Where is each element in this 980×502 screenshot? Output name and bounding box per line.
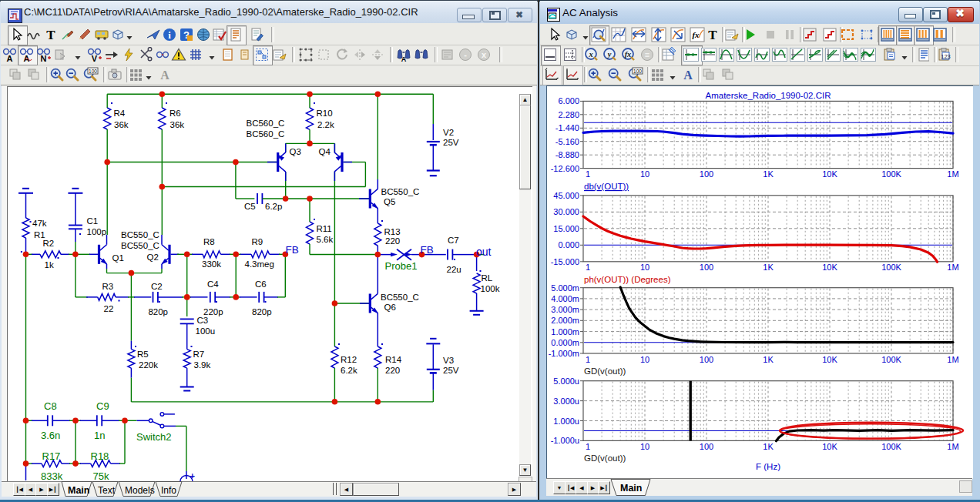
svg-text:820p: 820p [148, 307, 168, 316]
svg-text:0.000: 0.000 [558, 240, 579, 249]
svg-text:-1.000m: -1.000m [549, 349, 579, 358]
svg-text:GD(v(out)): GD(v(out)) [584, 453, 626, 463]
svg-text:30.000: 30.000 [553, 207, 579, 216]
svg-text:10K: 10K [822, 169, 837, 179]
svg-text:1n: 1n [94, 430, 105, 441]
svg-text:3.6n: 3.6n [41, 430, 60, 441]
svg-text:10K: 10K [822, 263, 837, 272]
svg-text:BC550_C: BC550_C [121, 241, 159, 250]
svg-text:out: out [476, 246, 492, 258]
svg-text:3.000u: 3.000u [553, 397, 579, 406]
svg-text:x: x [588, 50, 592, 59]
svg-text:100K: 100K [881, 442, 901, 451]
svg-text:1k: 1k [45, 260, 54, 269]
svg-text:10K: 10K [822, 442, 837, 451]
svg-text:100: 100 [700, 355, 713, 364]
svg-text:R5: R5 [137, 350, 149, 359]
svg-text:3.000m: 3.000m [551, 305, 579, 314]
svg-text:Main: Main [620, 483, 642, 494]
svg-text:C8: C8 [44, 400, 57, 412]
svg-text:Models: Models [125, 485, 155, 496]
svg-text:T: T [708, 28, 717, 42]
svg-text:R4: R4 [114, 109, 126, 118]
svg-text:R8: R8 [203, 237, 215, 246]
svg-text:1M: 1M [947, 169, 958, 179]
svg-text:BC560_C: BC560_C [247, 129, 285, 139]
svg-text:R10: R10 [317, 109, 333, 118]
svg-text:+: + [190, 471, 195, 480]
svg-text:RL: RL [482, 273, 493, 283]
svg-text:Info: Info [161, 485, 176, 496]
svg-text:25V: 25V [443, 138, 459, 147]
svg-text:Switch2: Switch2 [136, 431, 172, 443]
svg-text:1.000u: 1.000u [553, 417, 579, 426]
svg-text:Probe1: Probe1 [385, 260, 418, 272]
svg-text:C2: C2 [151, 282, 163, 291]
svg-text:5.000m: 5.000m [551, 283, 579, 293]
svg-text:3.9k: 3.9k [194, 360, 211, 370]
svg-text:R9: R9 [252, 237, 263, 246]
svg-text:BC550_C: BC550_C [381, 293, 419, 302]
svg-text:100k: 100k [481, 284, 500, 293]
svg-text:0.000m: 0.000m [551, 338, 579, 347]
svg-text:Text: Text [98, 485, 116, 496]
svg-text:Amaterske_Radio_1990-02.CIR: Amaterske_Radio_1990-02.CIR [705, 91, 831, 100]
svg-text:75k: 75k [93, 470, 109, 482]
svg-text:R14: R14 [385, 355, 402, 364]
svg-text:Q6: Q6 [384, 303, 396, 312]
svg-text:1M: 1M [947, 263, 958, 272]
svg-text:4.000m: 4.000m [551, 294, 579, 303]
svg-text:-: - [464, 50, 467, 59]
svg-text:FB: FB [421, 244, 434, 256]
svg-text:100: 100 [633, 69, 642, 74]
svg-text:6.2p: 6.2p [265, 202, 282, 211]
svg-text:Q3: Q3 [290, 147, 301, 156]
svg-text:1K: 1K [763, 355, 774, 364]
svg-text:6.000: 6.000 [558, 96, 579, 105]
svg-text:100: 100 [700, 169, 713, 179]
svg-text:-15.000: -15.000 [551, 257, 579, 266]
svg-text:-1.000u: -1.000u [551, 436, 579, 445]
svg-text:100: 100 [700, 442, 713, 451]
svg-text:100K: 100K [881, 355, 901, 364]
svg-text:22u: 22u [447, 265, 461, 274]
svg-text:A: A [160, 69, 169, 82]
svg-text:C3: C3 [197, 316, 209, 325]
svg-text:FB: FB [286, 244, 299, 256]
svg-text:C9: C9 [96, 400, 109, 412]
svg-text:833k: 833k [41, 470, 63, 482]
svg-text:R12: R12 [341, 355, 357, 364]
svg-text:F (Hz): F (Hz) [756, 462, 780, 471]
svg-text:-12.600: -12.600 [551, 164, 579, 173]
svg-text:Q1: Q1 [112, 253, 124, 263]
svg-text:ph(v(OUT)) (Degrees): ph(v(OUT)) (Degrees) [584, 275, 671, 284]
svg-text:T: T [46, 28, 55, 42]
svg-text:≡: ≡ [645, 50, 649, 59]
svg-text:220k: 220k [139, 360, 158, 370]
svg-text:36k: 36k [170, 120, 185, 129]
svg-text:100: 100 [89, 69, 97, 74]
svg-text:2.280: 2.280 [558, 110, 579, 119]
svg-text:A: A [7, 54, 13, 62]
svg-text:10: 10 [640, 442, 649, 451]
svg-text:2.000m: 2.000m [551, 316, 579, 325]
svg-text:100K: 100K [881, 263, 901, 272]
svg-text:220: 220 [385, 366, 400, 375]
svg-text:R2: R2 [43, 239, 55, 248]
svg-text:A: A [401, 55, 407, 62]
svg-text:10: 10 [640, 355, 649, 364]
svg-text:C7: C7 [448, 236, 459, 245]
svg-text:22: 22 [104, 304, 114, 313]
svg-text:1K: 1K [763, 263, 774, 272]
svg-text:1M: 1M [947, 442, 958, 451]
svg-text:R17: R17 [42, 450, 61, 462]
svg-text:25V: 25V [443, 366, 459, 375]
svg-text:1K: 1K [763, 169, 774, 179]
svg-text:R18: R18 [91, 450, 109, 462]
svg-text:Q2: Q2 [147, 253, 159, 262]
svg-text:2.2k: 2.2k [317, 120, 334, 129]
svg-text:-5.160: -5.160 [555, 137, 579, 146]
svg-text:100K: 100K [881, 169, 901, 179]
svg-text:R11: R11 [317, 224, 332, 233]
svg-text:15.000: 15.000 [553, 224, 579, 233]
